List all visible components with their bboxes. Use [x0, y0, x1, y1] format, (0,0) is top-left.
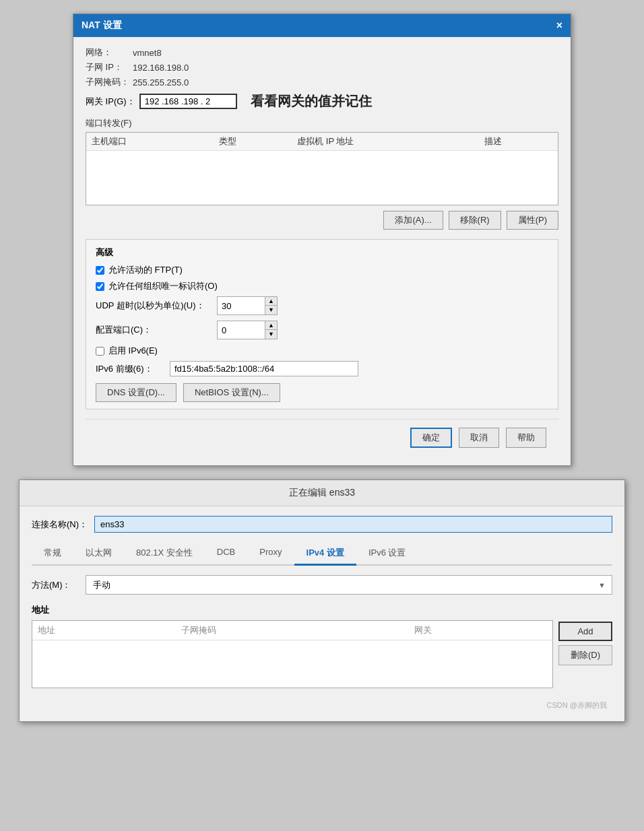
- col-desc: 描述: [479, 133, 558, 151]
- udp-row: UDP 超时(以秒为单位)(U)： ▲ ▼: [96, 296, 548, 315]
- udp-spinbox: ▲ ▼: [217, 296, 278, 315]
- config-port-spinbox: ▲ ▼: [217, 321, 278, 339]
- method-select[interactable]: 手动 自动 (DHCP): [86, 575, 612, 595]
- subnet-ip-row: 子网 IP： 192.168.198.0: [86, 61, 558, 73]
- ens-titlebar: 正在编辑 ens33: [20, 480, 624, 506]
- addr-col-mask: 子网掩码: [176, 621, 408, 640]
- config-port-label: 配置端口(C)：: [96, 324, 217, 336]
- col-host-port: 主机端口: [86, 133, 214, 151]
- org-checkbox[interactable]: [96, 282, 104, 291]
- nat-body: 网络： vmnet8 子网 IP： 192.168.198.0 子网掩码： 25…: [73, 37, 571, 465]
- subnet-mask-label: 子网掩码：: [86, 76, 133, 88]
- org-label: 允许任何组织唯一标识符(O): [108, 280, 218, 292]
- col-type: 类型: [214, 133, 292, 151]
- subnet-ip-value: 192.168.198.0: [133, 63, 189, 73]
- addr-section-label: 地址: [32, 604, 612, 616]
- config-port-spin-btns: ▲ ▼: [265, 321, 277, 339]
- port-table-body: [86, 151, 558, 205]
- ftp-checkbox-row: 允许活动的 FTP(T): [96, 264, 548, 276]
- tab-ipv6[interactable]: IPv6 设置: [356, 542, 418, 566]
- udp-input[interactable]: [218, 297, 265, 314]
- method-label: 方法(M)：: [32, 579, 86, 591]
- method-select-wrap: 手动 自动 (DHCP): [86, 575, 612, 595]
- gateway-label: 网关 IP(G)：: [86, 96, 135, 108]
- addr-col-address: 地址: [32, 621, 176, 640]
- dns-button[interactable]: DNS 设置(D)...: [96, 383, 176, 402]
- config-port-spin-up[interactable]: ▲: [265, 321, 277, 330]
- cancel-button[interactable]: 取消: [459, 428, 499, 448]
- conn-name-row: 连接名称(N)：: [32, 516, 612, 533]
- method-row: 方法(M)： 手动 自动 (DHCP): [32, 575, 612, 595]
- network-label: 网络：: [86, 46, 133, 59]
- col-vm-ip: 虚拟机 IP 地址: [292, 133, 479, 151]
- ens-body: 连接名称(N)： 常规 以太网 802.1X 安全性 DCB Proxy IPv…: [20, 506, 624, 721]
- port-table: 主机端口 类型 虚拟机 IP 地址 描述: [86, 133, 558, 205]
- addr-add-button[interactable]: Add: [558, 622, 612, 641]
- ok-button[interactable]: 确定: [410, 428, 452, 448]
- config-port-spin-down[interactable]: ▼: [265, 330, 277, 339]
- ftp-checkbox[interactable]: [96, 266, 104, 275]
- tabs-bar: 常规 以太网 802.1X 安全性 DCB Proxy IPv4 设置 IPv6…: [32, 542, 612, 566]
- addr-table-body: [32, 640, 552, 688]
- subnet-ip-label: 子网 IP：: [86, 61, 133, 73]
- tab-ipv4[interactable]: IPv4 设置: [294, 542, 356, 566]
- ipv6-prefix-label: IPv6 前缀(6)：: [96, 363, 170, 375]
- config-port-input[interactable]: [218, 321, 265, 339]
- close-button[interactable]: ×: [556, 20, 562, 32]
- remove-button[interactable]: 移除(R): [449, 211, 501, 230]
- gateway-hint: 看看网关的值并记住: [251, 92, 372, 110]
- csdn-watermark: CSDN @赤脚的我: [32, 698, 612, 712]
- help-button[interactable]: 帮助: [506, 428, 546, 448]
- network-value: vmnet8: [133, 48, 162, 58]
- gateway-input[interactable]: [139, 94, 237, 109]
- advanced-title: 高级: [96, 246, 548, 259]
- advanced-section: 高级 允许活动的 FTP(T) 允许任何组织唯一标识符(O) UDP 超时(以秒…: [86, 239, 558, 409]
- port-forward-label: 端口转发(F): [86, 117, 558, 129]
- config-port-row: 配置端口(C)： ▲ ▼: [96, 321, 548, 339]
- tab-ethernet[interactable]: 以太网: [73, 542, 124, 566]
- nat-footer: 确定 取消 帮助: [86, 419, 558, 456]
- tab-dcb[interactable]: DCB: [205, 542, 247, 566]
- add-button[interactable]: 添加(A)...: [383, 211, 443, 230]
- ftp-label: 允许活动的 FTP(T): [108, 264, 183, 276]
- nat-titlebar: NAT 设置 ×: [73, 14, 571, 37]
- ipv6-checkbox-row: 启用 IPv6(E): [96, 345, 548, 357]
- addr-table-container: 地址 子网掩码 网关: [32, 620, 553, 688]
- addr-col-gateway: 网关: [409, 621, 552, 640]
- nat-title: NAT 设置: [82, 20, 122, 32]
- subnet-mask-value: 255.255.255.0: [133, 77, 189, 88]
- ens-title: 正在编辑 ens33: [289, 487, 355, 498]
- udp-spin-up[interactable]: ▲: [265, 297, 277, 306]
- ipv6-prefix-row: IPv6 前缀(6)：: [96, 361, 548, 376]
- org-checkbox-row: 允许任何组织唯一标识符(O): [96, 280, 548, 292]
- addr-table-wrap: 地址 子网掩码 网关 Add 删除(D): [32, 620, 612, 688]
- conn-name-input[interactable]: [94, 516, 612, 533]
- udp-label: UDP 超时(以秒为单位)(U)：: [96, 300, 217, 312]
- udp-spin-down[interactable]: ▼: [265, 306, 277, 314]
- udp-spin-btns: ▲ ▼: [265, 297, 277, 314]
- ipv6-label: 启用 IPv6(E): [108, 345, 158, 357]
- conn-name-label: 连接名称(N)：: [32, 519, 88, 531]
- ipv6-prefix-input[interactable]: [170, 361, 358, 376]
- tab-security[interactable]: 802.1X 安全性: [124, 542, 205, 566]
- tab-proxy[interactable]: Proxy: [247, 542, 294, 566]
- addr-side-btns: Add 删除(D): [558, 620, 612, 688]
- dns-btn-row: DNS 设置(D)... NetBIOS 设置(N)...: [96, 383, 548, 402]
- port-table-container: 主机端口 类型 虚拟机 IP 地址 描述: [86, 132, 558, 205]
- subnet-mask-row: 子网掩码： 255.255.255.0: [86, 76, 558, 88]
- port-btn-row: 添加(A)... 移除(R) 属性(P): [86, 211, 558, 230]
- netbios-button[interactable]: NetBIOS 设置(N)...: [183, 383, 280, 402]
- ipv6-checkbox[interactable]: [96, 347, 104, 356]
- addr-delete-button[interactable]: 删除(D): [558, 645, 612, 665]
- network-row: 网络： vmnet8: [86, 46, 558, 59]
- props-button[interactable]: 属性(P): [507, 211, 558, 230]
- ens-dialog: 正在编辑 ens33 连接名称(N)： 常规 以太网 802.1X 安全性 DC…: [19, 479, 625, 722]
- gateway-row: 网关 IP(G)： 看看网关的值并记住: [86, 92, 558, 110]
- nat-dialog: NAT 设置 × 网络： vmnet8 子网 IP： 192.168.198.0…: [73, 13, 571, 466]
- addr-table: 地址 子网掩码 网关: [32, 621, 552, 688]
- tab-general[interactable]: 常规: [32, 542, 73, 566]
